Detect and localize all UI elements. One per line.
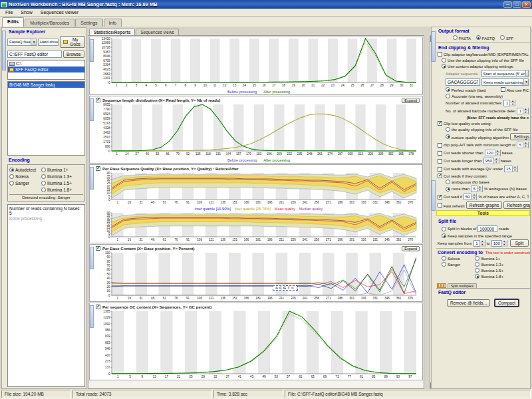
clip-low-quality-checkbox[interactable]: Clip low quality ends using: [438, 121, 529, 126]
svg-text:76: 76 [174, 201, 178, 204]
chart-scrollbar[interactable] [90, 305, 94, 328]
menu-sequences-viewer[interactable]: Sequences viewer [37, 9, 82, 15]
chart-visible-checkbox[interactable] [96, 246, 100, 251]
my-docs-button[interactable]: My Docs [60, 36, 86, 48]
settings-button[interactable]: Settings... [510, 133, 531, 140]
adaptor-position-dropdown[interactable]: Start of sequence (5' en▾ [481, 70, 529, 77]
tab-edits[interactable]: Edits [2, 17, 24, 27]
panel-scrollbar[interactable] [432, 31, 436, 62]
remove-fields-button[interactable]: Remove @ fields... [447, 299, 490, 307]
svg-text:6: 6 [165, 84, 167, 87]
perfect-match-radio[interactable]: Perfect match (fast) [446, 87, 486, 92]
split-button[interactable]: Split [510, 239, 529, 247]
browse-button[interactable]: Browse [63, 51, 84, 58]
use-custom-clipping-radio[interactable]: Use custom adaptor clipping settings: [442, 64, 529, 68]
fast-refresh-checkbox[interactable]: Fast refresh [438, 203, 465, 208]
expand-button[interactable]: Expand [402, 246, 420, 251]
tab-multiplex-barcodes[interactable]: Multiplex/Barcodes [25, 19, 74, 27]
more-than-stepper[interactable]: 5▲▼ [471, 186, 483, 192]
radio-illumina-1[interactable]: Illumina 1+ [41, 166, 83, 173]
svg-text:226: 226 [291, 201, 296, 204]
path-input[interactable] [7, 51, 62, 58]
from-stepper[interactable]: 1▲▼ [473, 240, 485, 247]
deletions-stepper[interactable]: 1▲▼ [517, 108, 529, 114]
cut-shorter-checkbox[interactable]: Cut reads shorter than 120▲▼ bases [438, 150, 529, 156]
adaptor-sequence-input[interactable] [446, 78, 480, 86]
chart-visible-checkbox[interactable] [96, 305, 100, 309]
convert-illumina-13-radio[interactable]: Illumina 1.3+ [475, 262, 529, 267]
file-list-item[interactable]: BIG48 MB Sanger.fastq [8, 82, 84, 88]
split-blocks-radio[interactable]: Split in blocks of reads [442, 225, 529, 232]
maximize-button[interactable]: □ [513, 1, 521, 8]
radio-sanger[interactable]: Sanger [9, 180, 41, 186]
accurate-radio[interactable]: Accurate (via seq. assembly) [446, 94, 529, 98]
sff-quality-radio[interactable]: the quality clipping info of the SFF fil… [446, 127, 529, 132]
cut-longer-stepper[interactable]: 950▲▼ [483, 158, 499, 164]
convert-illumina-15-radio[interactable]: Illumina 1.5+ [475, 268, 529, 273]
tab-split-multiplex[interactable]: Split multiplex [448, 283, 477, 288]
convert-sanger-radio[interactable]: Sanger [442, 262, 472, 267]
menu-show[interactable]: Show [17, 9, 36, 15]
convert-illumina-1-radio[interactable]: Illumina 1+ [475, 256, 529, 261]
keep-range-radio[interactable]: Keep samples in the specified range [442, 233, 529, 238]
convert-illumina-18-radio[interactable]: Illumina 1.8+ [475, 274, 529, 279]
legend-before-processing[interactable]: Before processing [227, 158, 257, 162]
drive-dropdown[interactable]: Hard drives▾ [38, 39, 59, 46]
more-than-radio[interactable]: more than 5▲▼ % ambiguous (N) bases [446, 186, 529, 192]
radio-illumina-13[interactable]: Illumina 1.3+ [41, 173, 83, 180]
legend-after-processing[interactable]: After processing [263, 90, 290, 94]
legend-after-processing[interactable]: After processing [263, 158, 290, 162]
radio-illumina-15[interactable]: Illumina 1.5+ [41, 180, 83, 186]
chart-scrollbar[interactable] [90, 98, 94, 121]
cut-longer-checkbox[interactable]: Cut reads longer than 950▲▼ bases [438, 158, 529, 164]
tree-item-folder[interactable]: SFF FastQ editor [8, 66, 84, 72]
panel-scrollbar[interactable] [2, 31, 6, 70]
close-button[interactable]: ✕ [522, 1, 531, 8]
minimize-button[interactable]: ─ [503, 1, 512, 8]
refresh-graphs-save-button[interactable]: Refresh graphs & save... [503, 201, 531, 209]
cut-contain-checkbox[interactable]: Cut reads if they contain: [438, 174, 529, 178]
poly-at-checkbox[interactable]: clip poly-A/T tails with minimum length … [438, 142, 529, 148]
svg-text:316: 316 [361, 297, 366, 300]
avg-qv-stepper[interactable]: 15▲▼ [504, 166, 518, 172]
cut-avg-qv-checkbox[interactable]: Cut reads with average QV under 15▲▼ [438, 166, 529, 172]
custom-quality-radio[interactable]: custom quality clipping algorithm [446, 134, 509, 140]
poly-at-stepper[interactable]: 5▲▼ [517, 142, 529, 148]
cut-read-stepper[interactable]: 50▲▼ [464, 194, 477, 200]
clip-adaptor-checkbox[interactable]: Clip adaptor tag/barcode/MID (EXPERIMENT… [438, 52, 529, 57]
chart-scrollbar[interactable] [90, 39, 94, 62]
mismatches-stepper[interactable]: 1▲▼ [503, 100, 515, 106]
keep-reads-dropdown[interactable]: Keep reads containing▾ [481, 78, 529, 86]
menu-file[interactable]: File [2, 9, 16, 15]
radio-solexa[interactable]: Solexa [9, 173, 41, 180]
tab-info[interactable]: Info [104, 19, 122, 27]
radio-fastq[interactable]: FASTQ [476, 35, 495, 41]
svg-text:151: 151 [232, 238, 237, 241]
cut-read-if-checkbox[interactable]: Cut read if 50▲▼ % of bases are either A… [438, 194, 529, 200]
file-type-dropdown[interactable]: FastaQ files▾ [7, 39, 37, 46]
blocks-input[interactable] [477, 225, 497, 232]
panel-scrollbar[interactable] [432, 180, 436, 211]
legend-before-processing[interactable]: Before processing [227, 90, 257, 94]
chart-scrollbar[interactable] [90, 167, 94, 190]
tab-settings[interactable]: Settings [75, 19, 102, 27]
chart-visible-checkbox[interactable] [96, 166, 100, 171]
cut-shorter-stepper[interactable]: 120▲▼ [485, 150, 501, 156]
radio-fasta[interactable]: FASTA [453, 35, 471, 41]
expand-button[interactable]: Expand [402, 98, 420, 103]
tab-sequences-views[interactable]: Sequences views [136, 29, 179, 35]
tab-statistics-reports[interactable]: Statistics/Reports [89, 29, 135, 35]
convert-solexa-radio[interactable]: Solexa [442, 256, 472, 261]
to-stepper[interactable]: 100▲▼ [491, 240, 507, 247]
refresh-graphs-button[interactable]: Refresh graphs [466, 201, 502, 209]
use-sff-clipping-radio[interactable]: Use the adaptor clipping info of the SFF… [442, 58, 529, 63]
compact-button[interactable]: Compact [494, 299, 519, 307]
chart-visible-checkbox[interactable] [96, 98, 100, 102]
radio-autodetect[interactable]: Autodetect [9, 166, 41, 173]
also-use-rc-checkbox[interactable]: Also use RC [501, 87, 529, 92]
chart-scrollbar[interactable] [90, 247, 94, 269]
radio-illumina-18[interactable]: Illumina 1.8+ [41, 186, 83, 193]
tree-item-drive[interactable]: C:\ [8, 61, 84, 66]
radio-sff[interactable]: SFF [500, 35, 513, 41]
ambiguous-radio[interactable]: ambiguous (N) bases [446, 180, 529, 184]
